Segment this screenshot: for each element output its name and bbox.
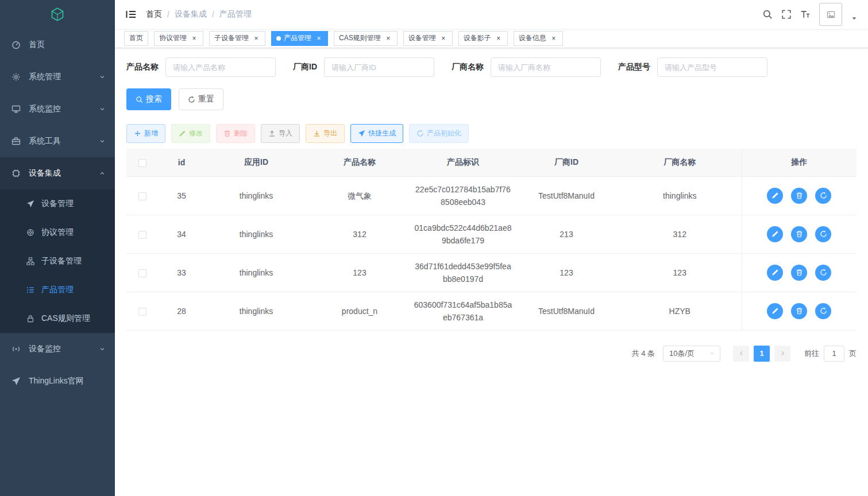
search-icon[interactable] [762,9,773,20]
table-row: 34 thinglinks 312 01ca9bdc522c44d6b21ae8… [126,215,857,253]
reset-button[interactable]: 重置 [179,88,223,110]
page-size-select[interactable]: 10条/页 [663,346,720,362]
column-header-product-identifier: 产品标识 [411,149,515,176]
search-button[interactable]: 搜索 [126,88,171,110]
chip-icon [11,169,21,178]
sidebar-item-label: 设备管理 [41,199,74,209]
tab-subdevice-management[interactable]: 子设备管理 × [209,31,265,46]
prev-page-button [733,346,749,362]
column-header-manufacturer-name: 厂商名称 [618,149,742,176]
filter-product-model: 产品型号 [618,57,767,77]
sidebar-toggle-icon[interactable] [125,9,137,20]
row-checkbox[interactable] [138,269,146,277]
row-checkbox[interactable] [138,308,146,316]
goto-label: 前往 [804,348,819,359]
delete-button[interactable] [791,303,807,319]
sidebar-item-home[interactable]: 首页 [0,29,115,61]
manufacturer-id-input[interactable] [324,57,434,77]
sidebar-item-thinglinks-website[interactable]: ThingLinks官网 [0,365,115,397]
close-icon[interactable]: × [495,34,503,42]
font-size-icon[interactable] [800,9,811,20]
sidebar-item-cas-rules-management[interactable]: CAS规则管理 [0,304,115,333]
edit-button[interactable] [767,188,783,204]
select-all-checkbox[interactable] [138,159,146,167]
pagination-total: 共 4 条 [632,348,655,359]
sidebar-item-system-tools[interactable]: 系统工具 [0,125,115,157]
sidebar-item-label: ThingLinks官网 [29,376,84,386]
cell-product-identifier: 22e5c7c012784b15ab7f768508eeb043 [411,176,515,215]
refresh-icon [820,307,827,315]
tab-product-management[interactable]: 产品管理 × [271,31,328,46]
cell-product-identifier: 603600f731c64af5ba1b85aeb767361a [411,292,515,330]
tab-protocol-management[interactable]: 协议管理 × [154,31,203,46]
paper-plane-icon [11,377,21,386]
import-button[interactable]: 导入 [261,124,300,143]
tab-cas-rules-management[interactable]: CAS规则管理 × [334,31,398,46]
page-number-button[interactable]: 1 [754,346,770,362]
delete-button[interactable] [791,226,807,242]
refresh-icon [820,192,827,199]
export-button[interactable]: 导出 [306,124,345,143]
trash-icon [223,130,231,137]
sidebar-item-system-management[interactable]: 系统管理 [0,61,115,93]
tab-device-info[interactable]: 设备信息 × [514,31,563,46]
filter-label: 厂商ID [293,62,317,72]
delete-button[interactable] [791,265,807,281]
cell-id: 33 [159,253,205,292]
breadcrumb-device-integration[interactable]: 设备集成 [175,9,207,20]
refresh-button[interactable] [815,188,831,204]
refresh-button[interactable] [815,303,831,319]
pencil-icon [771,269,779,276]
close-icon[interactable]: × [384,34,392,42]
cell-app-id: thinglinks [205,215,308,253]
sidebar-item-device-integration[interactable]: 设备集成 [0,157,115,189]
close-icon[interactable]: × [439,34,447,42]
sidebar-item-product-management[interactable]: 产品管理 [0,276,115,304]
product-name-input[interactable] [165,57,276,77]
pencil-icon [771,307,779,315]
goto-page-input[interactable] [824,346,844,362]
breadcrumb-home[interactable]: 首页 [146,9,162,20]
sidebar-item-system-monitoring[interactable]: 系统监控 [0,93,115,125]
delete-button[interactable] [791,188,807,204]
tab-label: CAS规则管理 [339,33,381,43]
row-checkbox[interactable] [138,231,146,239]
manufacturer-name-input[interactable] [491,57,601,77]
breadcrumb: 首页 / 设备集成 / 产品管理 [146,9,252,20]
download-icon [313,130,321,137]
close-icon[interactable]: × [315,34,323,42]
close-icon[interactable]: × [550,34,558,42]
active-tab-dot [276,36,281,41]
table-row: 28 thinglinks product_n 603600f731c64af5… [126,292,857,330]
cell-actions [742,215,857,253]
quick-generate-button[interactable]: 快捷生成 [350,124,403,143]
chevron-right-icon [779,350,786,357]
sidebar-item-label: 系统管理 [29,72,61,82]
close-icon[interactable]: × [190,34,198,42]
edit-button[interactable] [767,303,783,319]
paper-plane-icon [358,130,365,137]
edit-button[interactable] [767,265,783,281]
sidebar-item-device-monitoring[interactable]: 设备监控 [0,333,115,365]
sidebar-item-subdevice-management[interactable]: 子设备管理 [0,247,115,276]
sidebar-item-device-management[interactable]: 设备管理 [0,189,115,218]
tab-home[interactable]: 首页 [124,31,148,46]
add-button[interactable]: 新增 [126,124,165,143]
avatar[interactable] [819,3,842,26]
cell-manufacturer-name: 312 [618,215,742,253]
row-checkbox[interactable] [138,192,146,200]
refresh-button[interactable] [815,265,831,281]
tab-device-management[interactable]: 设备管理 × [403,31,453,46]
chevron-left-icon [738,350,745,357]
app-logo[interactable] [0,0,115,29]
tab-device-shadow[interactable]: 设备影子 × [458,31,508,46]
close-icon[interactable]: × [252,34,260,42]
refresh-button[interactable] [815,226,831,242]
sidebar-item-protocol-management[interactable]: 协议管理 [0,218,115,247]
tree-icon [26,257,34,265]
caret-down-icon[interactable] [851,15,858,22]
product-model-input[interactable] [657,57,767,77]
fullscreen-icon[interactable] [781,9,792,20]
cell-id: 34 [159,215,205,253]
edit-button[interactable] [767,226,783,242]
